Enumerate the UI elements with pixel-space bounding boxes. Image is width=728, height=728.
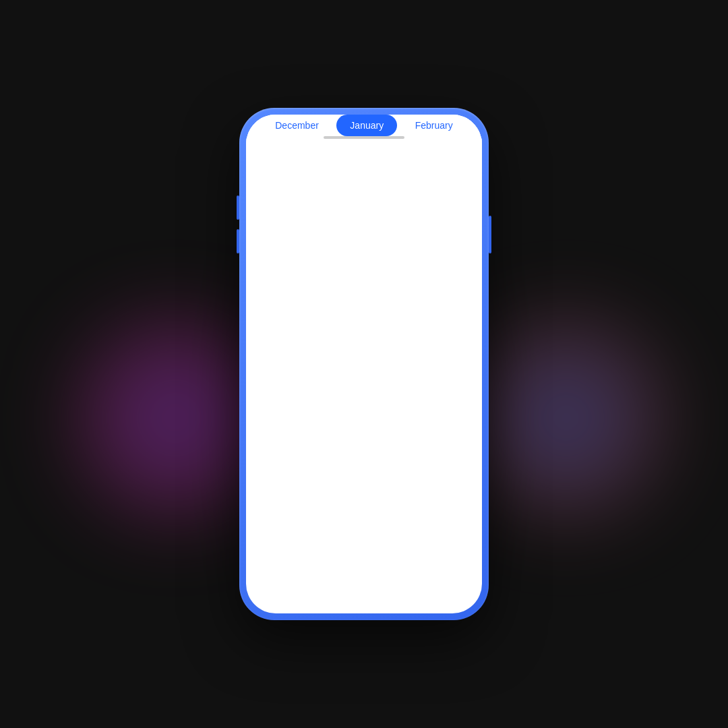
month-january[interactable]: January bbox=[336, 115, 397, 136]
phone-frame: 9:41 ≈ ✕ J bbox=[239, 108, 489, 620]
month-december[interactable]: December bbox=[262, 115, 332, 136]
phone-screen: 9:41 ≈ ✕ J bbox=[246, 115, 482, 613]
decoration-blob-right bbox=[472, 324, 661, 512]
volume-up-button bbox=[237, 195, 239, 220]
month-february[interactable]: February bbox=[402, 115, 466, 136]
home-indicator bbox=[324, 136, 404, 139]
month-selector: December January February bbox=[246, 115, 482, 144]
status-bar: 9:41 ≈ ✕ J bbox=[246, 115, 482, 144]
scene: 9:41 ≈ ✕ J bbox=[0, 0, 728, 728]
volume-down-button bbox=[237, 229, 239, 253]
power-button bbox=[489, 216, 491, 253]
